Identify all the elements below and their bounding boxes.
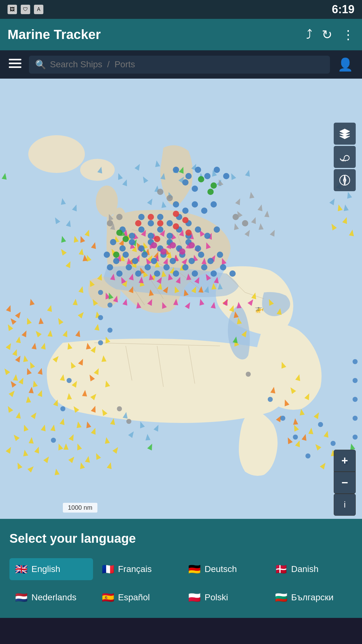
svg-point-365 — [98, 340, 103, 345]
svg-point-364 — [107, 328, 112, 333]
svg-point-393 — [189, 242, 195, 248]
zoom-in-button[interactable]: + — [334, 450, 356, 472]
refresh-button[interactable]: ↻ — [322, 27, 332, 42]
photo-icon: 🖼 — [8, 5, 17, 14]
svg-point-337 — [132, 258, 138, 264]
language-item-français[interactable]: 🇫🇷Français — [96, 558, 180, 580]
language-name: Nederlands — [31, 592, 76, 602]
svg-point-359 — [220, 264, 226, 270]
language-item-español[interactable]: 🇪🇸Español — [96, 586, 180, 608]
flag-icon: 🇳🇱 — [15, 591, 28, 603]
zoom-out-button[interactable]: − — [334, 472, 356, 494]
svg-point-369 — [268, 397, 273, 402]
svg-point-351 — [145, 264, 151, 270]
svg-point-350 — [135, 270, 141, 277]
svg-point-407 — [126, 419, 131, 424]
flag-icon: 🇫🇷 — [102, 563, 114, 575]
toolbar-actions: ⤴ ↻ ⋮ — [306, 27, 354, 42]
svg-point-297 — [204, 173, 211, 179]
svg-point-323 — [214, 226, 220, 233]
language-grid: 🇬🇧English🇫🇷Français🇩🇪Deutsch🇩🇰Danish🇳🇱Ne… — [9, 558, 353, 608]
svg-point-389 — [151, 242, 157, 248]
language-item-български[interactable]: 🇧🇬Български — [269, 586, 353, 608]
map-zoom-controls: + − — [334, 450, 356, 494]
map-layers-button[interactable] — [334, 123, 356, 145]
status-icons: 🖼 🛡 A — [8, 5, 43, 14]
language-item-english[interactable]: 🇬🇧English — [9, 558, 93, 580]
weather-overlay-button[interactable] — [334, 146, 356, 168]
svg-point-321 — [195, 226, 201, 233]
svg-point-382 — [182, 217, 189, 223]
svg-point-315 — [138, 226, 145, 233]
svg-point-401 — [167, 195, 173, 201]
flag-icon: 🇩🇪 — [188, 563, 201, 575]
svg-point-391 — [170, 242, 176, 248]
svg-point-346 — [217, 252, 223, 258]
svg-point-405 — [242, 220, 248, 226]
svg-point-360 — [229, 270, 236, 277]
svg-point-309 — [157, 214, 163, 220]
svg-point-390 — [160, 248, 167, 255]
flag-icon: 🇬🇧 — [15, 563, 28, 575]
a-icon: A — [34, 5, 43, 14]
language-name: English — [31, 564, 60, 574]
svg-point-372 — [305, 453, 310, 458]
svg-point-314 — [129, 233, 135, 239]
svg-point-318 — [167, 233, 173, 239]
svg-point-353 — [163, 264, 170, 270]
svg-point-299 — [223, 173, 229, 179]
svg-rect-1 — [9, 63, 21, 64]
language-panel-title: Select your language — [9, 531, 353, 546]
map-controls-panel — [334, 123, 356, 191]
search-icon: 🔍 — [35, 59, 46, 70]
svg-point-363 — [98, 315, 103, 320]
info-button-wrap: i — [334, 492, 356, 516]
app-title: Marine Tracker — [8, 27, 101, 42]
svg-marker-426 — [344, 180, 346, 185]
svg-point-308 — [148, 220, 154, 226]
svg-point-356 — [192, 270, 198, 277]
svg-point-354 — [173, 270, 179, 277]
svg-point-5 — [80, 159, 115, 181]
language-item-nederlands[interactable]: 🇳🇱Nederlands — [9, 586, 93, 608]
svg-point-358 — [211, 270, 217, 277]
language-name: Deutsch — [205, 564, 237, 574]
user-profile-button[interactable]: 👤 — [335, 55, 356, 75]
search-bar: 🔍 👤 — [0, 50, 362, 79]
svg-point-325 — [119, 245, 126, 252]
language-item-polski[interactable]: 🇵🇱Polski — [183, 586, 266, 608]
svg-point-388 — [154, 236, 160, 242]
svg-point-334 — [104, 252, 110, 258]
language-name: Danish — [291, 564, 319, 574]
svg-point-352 — [154, 270, 160, 277]
svg-point-377 — [353, 378, 358, 383]
svg-point-370 — [280, 416, 285, 421]
svg-point-306 — [211, 201, 217, 208]
hamburger-menu-button[interactable] — [6, 55, 24, 74]
search-input-wrap[interactable]: 🔍 — [29, 56, 330, 74]
svg-point-298 — [214, 167, 220, 173]
svg-point-339 — [151, 258, 157, 264]
search-input[interactable] — [50, 59, 324, 69]
map-area[interactable]: 🚁 + − i 1000 nm — [0, 79, 362, 519]
svg-point-302 — [173, 201, 179, 208]
svg-point-384 — [157, 220, 163, 226]
svg-point-324 — [110, 239, 116, 245]
language-item-deutsch[interactable]: 🇩🇪Deutsch — [183, 558, 266, 580]
svg-point-368 — [51, 438, 56, 443]
svg-point-345 — [207, 258, 214, 264]
language-item-danish[interactable]: 🇩🇰Danish — [269, 558, 353, 580]
svg-point-367 — [60, 406, 65, 411]
svg-point-385 — [148, 214, 154, 220]
info-button[interactable]: i — [334, 494, 356, 516]
more-menu-button[interactable]: ⋮ — [342, 27, 354, 42]
language-name: Български — [291, 592, 334, 602]
svg-point-336 — [123, 252, 129, 258]
svg-rect-0 — [9, 59, 21, 60]
svg-point-378 — [353, 397, 358, 402]
svg-point-399 — [113, 252, 119, 258]
svg-point-374 — [331, 441, 336, 446]
share-button[interactable]: ⤴ — [306, 28, 312, 42]
compass-button[interactable] — [334, 169, 356, 191]
svg-point-355 — [182, 264, 189, 270]
